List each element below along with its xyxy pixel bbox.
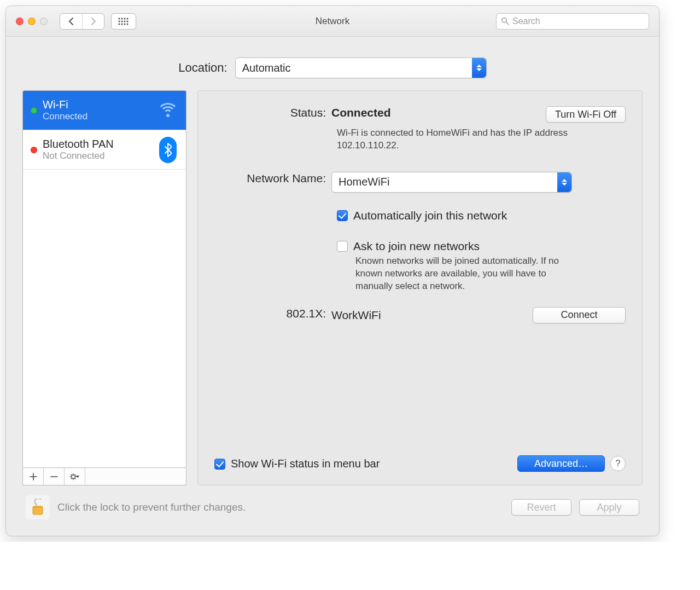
network-name-value: HomeWiFi [339, 176, 389, 188]
svg-point-8 [118, 23, 120, 25]
service-actions-button[interactable] [65, 468, 85, 485]
authx-label: 802.1X: [214, 307, 331, 323]
minimize-window-button[interactable] [28, 18, 36, 25]
ask-join-help: Known networks will be joined automatica… [355, 255, 585, 293]
auto-join-label: Automatically join this network [353, 209, 507, 222]
close-window-button[interactable] [16, 18, 24, 25]
status-description: Wi-Fi is connected to HomeWiFi and has t… [337, 127, 578, 152]
lock-open-icon [31, 499, 45, 516]
revert-button[interactable]: Revert [511, 499, 571, 516]
location-row: Location: Automatic [22, 44, 643, 90]
add-service-button[interactable] [23, 468, 44, 485]
advanced-button[interactable]: Advanced… [517, 455, 605, 472]
location-popup[interactable]: Automatic [235, 57, 487, 78]
ask-join-checkbox[interactable] [337, 241, 348, 252]
bluetooth-icon [155, 137, 180, 163]
svg-point-3 [126, 18, 128, 19]
svg-point-9 [121, 23, 122, 25]
authx-value: WorkWiFi [331, 309, 381, 322]
svg-point-2 [124, 18, 125, 19]
authx-connect-button[interactable]: Connect [533, 307, 626, 323]
lock-button[interactable] [26, 495, 50, 519]
svg-rect-24 [33, 506, 43, 508]
back-forward-segment [60, 13, 104, 30]
question-icon: ? [615, 458, 620, 469]
svg-point-5 [121, 20, 122, 22]
plus-icon [30, 473, 37, 481]
service-detail-pane: Status: Connected Turn Wi-Fi Off Wi-Fi i… [197, 90, 643, 485]
svg-point-7 [126, 20, 128, 22]
search-icon [501, 17, 509, 25]
service-item-wifi[interactable]: Wi-Fi Connected [23, 91, 186, 130]
minus-icon [50, 473, 58, 481]
updown-arrows-icon [472, 58, 486, 78]
svg-line-20 [75, 478, 75, 479]
traffic-lights [16, 18, 48, 25]
bottom-bar: Click the lock to prevent further change… [22, 485, 643, 523]
svg-point-6 [124, 20, 125, 22]
svg-line-19 [71, 474, 71, 475]
status-value: Connected [331, 106, 391, 119]
location-value: Automatic [242, 62, 291, 74]
svg-point-1 [121, 18, 122, 19]
show-menubar-checkbox[interactable] [214, 459, 225, 470]
wifi-toggle-button[interactable]: Turn Wi-Fi Off [546, 106, 626, 123]
network-preferences-window: Network Location: Automatic Wi-Fi [5, 5, 660, 536]
titlebar: Network [6, 6, 659, 37]
svg-line-21 [71, 478, 71, 479]
service-list-toolbar [22, 468, 186, 485]
toolbar-nav [60, 13, 136, 30]
network-name-popup[interactable]: HomeWiFi [331, 172, 572, 193]
grid-icon [118, 18, 129, 25]
show-all-button[interactable] [111, 13, 136, 30]
auto-join-checkbox[interactable] [337, 210, 348, 221]
service-state: Connected [43, 111, 88, 122]
svg-point-14 [71, 475, 75, 478]
ask-join-label: Ask to join new networks [353, 240, 480, 253]
svg-point-0 [118, 18, 120, 19]
location-label: Location: [178, 61, 227, 75]
wifi-icon [155, 98, 180, 123]
svg-point-4 [118, 20, 120, 22]
status-dot-icon [31, 147, 37, 153]
lock-message: Click the lock to prevent further change… [57, 501, 246, 513]
apply-button[interactable]: Apply [579, 499, 639, 516]
chevron-left-icon [68, 17, 74, 26]
gear-dropdown-icon [69, 473, 80, 481]
chevron-right-icon [90, 17, 97, 26]
svg-line-13 [506, 22, 509, 25]
svg-point-11 [126, 23, 128, 25]
svg-point-10 [124, 23, 125, 25]
remove-service-button[interactable] [44, 468, 65, 485]
service-state: Not Connected [43, 151, 114, 161]
search-input[interactable] [512, 16, 644, 26]
back-button[interactable] [60, 14, 82, 29]
service-list[interactable]: Wi-Fi Connected Bluetooth PAN Not Connec… [22, 90, 186, 468]
search-field[interactable] [496, 13, 649, 30]
forward-button[interactable] [82, 14, 104, 29]
help-button[interactable]: ? [610, 456, 626, 471]
service-sidebar: Wi-Fi Connected Bluetooth PAN Not Connec… [22, 90, 186, 485]
status-label: Status: [214, 106, 331, 123]
service-name: Bluetooth PAN [43, 137, 114, 151]
status-dot-icon [31, 107, 37, 114]
service-name: Wi-Fi [43, 98, 88, 111]
show-menubar-label: Show Wi-Fi status in menu bar [231, 458, 380, 470]
svg-line-22 [75, 474, 75, 475]
updown-arrows-icon [557, 172, 571, 192]
network-name-label: Network Name: [214, 172, 331, 193]
service-item-bluetooth-pan[interactable]: Bluetooth PAN Not Connected [23, 130, 186, 170]
zoom-window-button [40, 18, 48, 25]
